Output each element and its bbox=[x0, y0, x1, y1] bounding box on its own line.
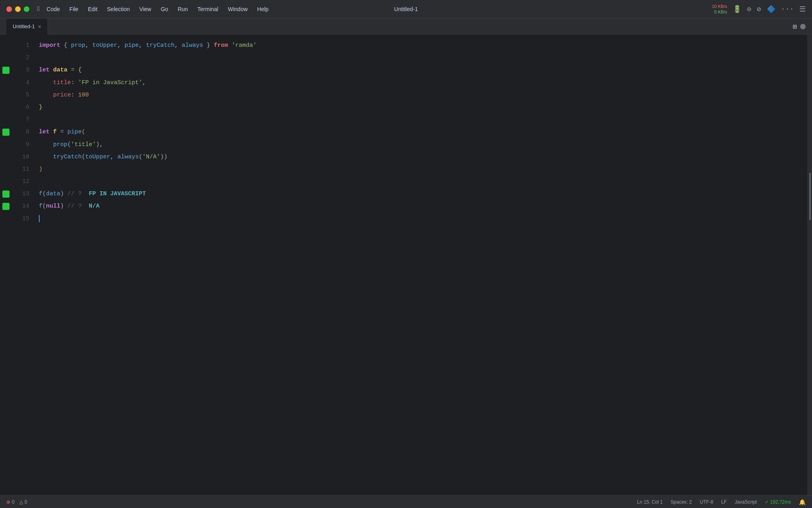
list-icon: ☰ bbox=[799, 5, 806, 13]
line-numbers: 1 2 3 4 5 6 7 8 9 10 11 12 13 14 15 bbox=[12, 35, 36, 495]
gutter-item-3 bbox=[0, 64, 12, 76]
minimize-button[interactable] bbox=[15, 6, 21, 12]
encoding-indicator[interactable]: UTF-8 bbox=[700, 499, 713, 505]
line-num-12: 12 bbox=[12, 175, 29, 188]
keyword-let-1: let bbox=[39, 64, 50, 76]
gutter-item-1 bbox=[0, 39, 12, 52]
close-button[interactable] bbox=[6, 6, 12, 12]
titlebar-left:  Code File Edit Selection View Go Run T… bbox=[6, 4, 272, 14]
keyword-let-2: let bbox=[39, 126, 50, 138]
code-line-14: f ( null ) // ? N/A bbox=[39, 200, 807, 212]
code-editor[interactable]: import { prop , toUpper , pipe , tryCatc… bbox=[36, 35, 807, 495]
menu-terminal[interactable]: Terminal bbox=[193, 4, 222, 14]
split-editor-icon[interactable]: ⊞ bbox=[793, 22, 797, 31]
keyword-from: from bbox=[214, 39, 228, 52]
line-num-2: 2 bbox=[12, 52, 29, 64]
gutter-item-15 bbox=[0, 213, 12, 225]
menu-file[interactable]: File bbox=[65, 4, 82, 14]
menu-window[interactable]: Window bbox=[224, 4, 252, 14]
paren14b: ) bbox=[60, 200, 64, 212]
breakpoint-13[interactable] bbox=[2, 190, 10, 198]
comma3: , bbox=[139, 39, 146, 52]
gutter-item-8 bbox=[0, 126, 12, 138]
menu-bar:  Code File Edit Selection View Go Run T… bbox=[37, 4, 272, 14]
scrollbar[interactable] bbox=[807, 35, 812, 495]
paren13b: ) bbox=[60, 188, 64, 200]
editor: 1 2 3 4 5 6 7 8 9 10 11 12 13 14 15 impo… bbox=[0, 35, 812, 495]
notifications-icon[interactable]: 🔔 bbox=[799, 499, 806, 505]
close-brace1: } bbox=[203, 39, 214, 52]
gutter-item-13 bbox=[0, 188, 12, 200]
tabbar: Untitled-1 × ⊞ bbox=[0, 19, 812, 35]
var-data: data bbox=[53, 64, 67, 76]
code-line-9: prop ( 'title' ) , bbox=[39, 139, 807, 151]
menu-edit[interactable]: Edit bbox=[84, 4, 102, 14]
errors-indicator[interactable]: ⊗ 0 △ 0 bbox=[6, 499, 27, 505]
comma-title: , bbox=[142, 77, 146, 89]
menu-run[interactable]: Run bbox=[174, 4, 192, 14]
sp1 bbox=[50, 64, 53, 76]
gutter-item-12 bbox=[0, 175, 12, 188]
menu-help[interactable]: Help bbox=[253, 4, 273, 14]
spaces-indicator[interactable]: Spaces: 2 bbox=[671, 499, 692, 505]
scrollbar-thumb[interactable] bbox=[809, 173, 811, 220]
titlebar:  Code File Edit Selection View Go Run T… bbox=[0, 0, 812, 19]
cursor-position[interactable]: Ln 15, Col 1 bbox=[637, 499, 663, 505]
comment-13: // ? bbox=[64, 188, 85, 200]
comma2: , bbox=[117, 39, 124, 52]
breakpoint-3[interactable] bbox=[2, 67, 10, 74]
line-num-11: 11 bbox=[12, 163, 29, 175]
gutter-item-10 bbox=[0, 151, 12, 163]
comma10: , bbox=[110, 151, 117, 163]
fn-f-call-1: f bbox=[39, 188, 42, 200]
network-down: 5 KB/s bbox=[714, 10, 727, 14]
str-na: 'N/A' bbox=[142, 151, 160, 163]
num-100: 100 bbox=[78, 89, 89, 101]
line-ending-indicator[interactable]: LF bbox=[721, 499, 727, 505]
fn-always: always bbox=[182, 39, 203, 52]
warnings-count: 0 bbox=[25, 499, 27, 505]
battery-icon: 🔋 bbox=[733, 5, 741, 13]
more-icon[interactable]: ··· bbox=[781, 5, 794, 13]
open-paren-pipe: ( bbox=[82, 126, 85, 138]
indent5 bbox=[39, 89, 53, 101]
language-indicator[interactable]: JavaScript bbox=[735, 499, 757, 505]
var-f: f bbox=[53, 126, 57, 138]
paren13a: ( bbox=[42, 188, 46, 200]
comment-14: // ? bbox=[64, 200, 85, 212]
str-title: 'title' bbox=[71, 139, 96, 151]
active-tab[interactable]: Untitled-1 × bbox=[6, 19, 48, 35]
menu-view[interactable]: View bbox=[135, 4, 155, 14]
gutter-item-5 bbox=[0, 89, 12, 101]
gutter-item-14 bbox=[0, 200, 12, 212]
code-line-2 bbox=[39, 52, 807, 64]
fn-prop-call: prop bbox=[53, 139, 67, 151]
menu-go[interactable]: Go bbox=[157, 4, 172, 14]
space-str bbox=[228, 39, 232, 52]
tab-close-button[interactable]: × bbox=[38, 23, 41, 30]
result-14: N/A bbox=[85, 200, 100, 212]
line-num-9: 9 bbox=[12, 139, 29, 151]
menu-code[interactable]: Code bbox=[43, 4, 64, 14]
fn-prop: prop bbox=[71, 39, 85, 52]
breakpoint-8[interactable] bbox=[2, 129, 10, 136]
result-13: FP IN JAVASCRIPT bbox=[85, 188, 146, 200]
paren10b: ( bbox=[139, 151, 142, 163]
gutter-item-7 bbox=[0, 114, 12, 126]
arg-data: data bbox=[46, 188, 60, 200]
code-line-3: let data = { bbox=[39, 64, 807, 76]
str-ramda: 'ramda' bbox=[232, 39, 257, 52]
line-num-6: 6 bbox=[12, 101, 29, 114]
code-line-13: f ( data ) // ? FP IN JAVASCRIPT bbox=[39, 188, 807, 200]
maximize-button[interactable] bbox=[24, 6, 29, 12]
sync-icon[interactable] bbox=[800, 24, 806, 29]
code-line-12 bbox=[39, 175, 807, 188]
gutter-item-4 bbox=[0, 77, 12, 89]
open-brace-obj: { bbox=[78, 64, 82, 76]
indent10 bbox=[39, 151, 53, 163]
menu-selection[interactable]: Selection bbox=[103, 4, 134, 14]
comma9: , bbox=[100, 139, 103, 151]
breakpoint-14[interactable] bbox=[2, 203, 10, 210]
paren14a: ( bbox=[42, 200, 46, 212]
line-num-3: 3 bbox=[12, 64, 29, 76]
